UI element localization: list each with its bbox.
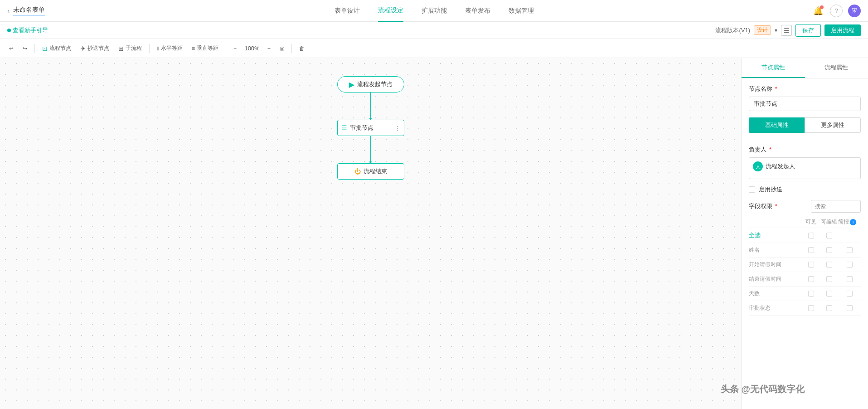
attr-tab-more[interactable]: 更多属性 <box>805 117 861 133</box>
start-to-task-connector <box>370 93 371 120</box>
all-visible-check[interactable] <box>802 233 820 239</box>
task-node-icon: ☰ <box>341 124 347 131</box>
field-4-editable-check[interactable] <box>820 305 838 311</box>
copy-section: 启用抄送 <box>742 185 868 200</box>
field-0-editable-check[interactable] <box>820 247 838 253</box>
version-arrow[interactable]: ▾ <box>775 27 777 34</box>
v-equal-label: 垂直等距 <box>197 44 218 52</box>
fit-view-button[interactable]: ◎ <box>276 44 288 54</box>
copy-node-icon: ✈ <box>80 45 86 52</box>
field-end-time-label: 结束请假时间 <box>749 275 802 283</box>
field-4-visible-check[interactable] <box>802 305 820 311</box>
avatar[interactable]: 宋 <box>848 5 861 17</box>
zoom-in-icon: + <box>267 45 271 52</box>
task-node-box[interactable]: ☰ 审批节点 ⋮ <box>337 120 404 136</box>
nav-right: 🔔 ? 宋 <box>812 5 861 17</box>
field-perm-label: 字段权限 * <box>749 202 777 210</box>
zoom-in-button[interactable]: + <box>264 44 274 54</box>
copy-checkbox[interactable] <box>749 186 755 193</box>
task-node: ☰ 审批节点 ⋮ <box>337 120 404 163</box>
help-icon[interactable]: ? <box>830 5 843 17</box>
tab-data-manage[interactable]: 数据管理 <box>509 0 534 21</box>
task-node-more-icon[interactable]: ⋮ <box>394 125 400 131</box>
node-name-label: 节点名称 * <box>749 85 861 93</box>
guide-link[interactable]: 查看新手引导 <box>13 26 48 34</box>
field-1-editable-check[interactable] <box>820 262 838 268</box>
delete-icon: 🗑 <box>299 45 305 52</box>
sep4 <box>291 44 292 53</box>
sub-flow-label: 子流程 <box>126 44 142 52</box>
field-0-visible-check[interactable] <box>802 247 820 253</box>
required-star2: * <box>769 146 771 153</box>
v-equal-icon: ≡ <box>192 45 195 52</box>
tab-form-design[interactable]: 表单设计 <box>335 0 360 21</box>
flow-node-label: 流程节点 <box>49 44 71 52</box>
v-equal-button[interactable]: ≡ 垂直等距 <box>188 43 222 54</box>
start-node-box[interactable]: ▶ 流程发起节点 <box>337 76 404 93</box>
tab-form-publish[interactable]: 表单发布 <box>465 0 490 21</box>
field-3-brief-check[interactable] <box>838 291 861 297</box>
notification-icon[interactable]: 🔔 <box>812 5 824 17</box>
guide-dot <box>7 29 11 32</box>
field-0-brief-check[interactable] <box>838 247 861 253</box>
sub-flow-button[interactable]: ⊞ 子流程 <box>115 43 145 54</box>
main-layout: ▶ 流程发起节点 ☰ 审批节点 ⋮ ⏻ 流程结束 <box>0 58 868 409</box>
perm-table-header: 可见 可编辑 简报 i <box>749 216 861 228</box>
tab-node-props[interactable]: 节点属性 <box>742 58 805 78</box>
sub-flow-icon: ⊞ <box>118 45 124 52</box>
end-node-box[interactable]: ⏻ 流程结束 <box>337 163 404 180</box>
version-label: 流程版本(V1) <box>715 26 750 34</box>
zoom-out-button[interactable]: − <box>230 44 240 54</box>
field-search-input[interactable] <box>811 200 861 213</box>
sep3 <box>226 44 226 53</box>
all-select-link[interactable]: 全选 <box>749 231 802 239</box>
field-1-visible-check[interactable] <box>802 262 820 268</box>
right-panel: 节点属性 流程属性 节点名称 * 基础属性 更多属性 负责人 * <box>741 58 868 409</box>
field-3-editable-check[interactable] <box>820 291 838 297</box>
col-editable-header: 可编辑 <box>820 218 838 226</box>
copy-node-button[interactable]: ✈ 抄送节点 <box>77 43 113 54</box>
responsible-item-label: 流程发起人 <box>766 162 795 170</box>
zoom-percent: 100% <box>243 45 261 52</box>
field-2-editable-check[interactable] <box>820 276 838 282</box>
field-row-days: 天数 <box>749 287 861 301</box>
publish-button[interactable]: 启用流程 <box>824 24 861 36</box>
field-days-label: 天数 <box>749 290 802 297</box>
flow-node-button[interactable]: ⊡ 流程节点 <box>39 43 75 54</box>
brief-info-icon[interactable]: i <box>850 219 856 225</box>
canvas[interactable]: ▶ 流程发起节点 ☰ 审批节点 ⋮ ⏻ 流程结束 <box>0 58 741 409</box>
start-node: ▶ 流程发起节点 <box>337 76 404 120</box>
version-square-icon[interactable]: ☰ <box>781 25 792 36</box>
redo-button[interactable]: ↪ <box>19 44 31 54</box>
save-button[interactable]: 保存 <box>795 24 821 37</box>
field-2-brief-check[interactable] <box>838 276 861 282</box>
col-visible-header: 可见 <box>802 218 820 226</box>
responsible-box[interactable]: 人 流程发起人 <box>749 157 861 179</box>
delete-button[interactable]: 🗑 <box>296 44 308 54</box>
field-4-brief-check[interactable] <box>838 305 861 311</box>
flow-node-icon: ⊡ <box>42 45 48 52</box>
perm-all-select-row: 全选 <box>749 228 861 243</box>
all-editable-check[interactable] <box>820 233 838 239</box>
responsible-avatar: 人 <box>753 161 763 171</box>
start-node-icon: ▶ <box>349 80 354 89</box>
undo-button[interactable]: ↩ <box>5 44 17 54</box>
field-name-label: 姓名 <box>749 246 802 254</box>
responsible-section: 负责人 * 人 流程发起人 <box>742 146 868 185</box>
version-badge[interactable]: 设计 <box>754 25 771 35</box>
field-approval-status-label: 审批状态 <box>749 304 802 312</box>
zoom-out-icon: − <box>233 45 237 52</box>
required-star: * <box>775 85 777 92</box>
back-button[interactable]: ‹ <box>7 7 10 15</box>
node-name-input[interactable] <box>749 97 861 111</box>
tab-flow-settings[interactable]: 流程设定 <box>378 0 403 22</box>
attr-tab-basic[interactable]: 基础属性 <box>749 117 805 133</box>
h-equal-button[interactable]: ⦀ 水平等距 <box>153 43 186 54</box>
field-2-visible-check[interactable] <box>802 276 820 282</box>
tab-extensions[interactable]: 扩展功能 <box>422 0 447 21</box>
field-3-visible-check[interactable] <box>802 291 820 297</box>
field-1-brief-check[interactable] <box>838 262 861 268</box>
h-equal-icon: ⦀ <box>157 45 159 52</box>
tab-flow-props[interactable]: 流程属性 <box>805 58 868 78</box>
col-brief-header: 简报 i <box>838 218 861 226</box>
